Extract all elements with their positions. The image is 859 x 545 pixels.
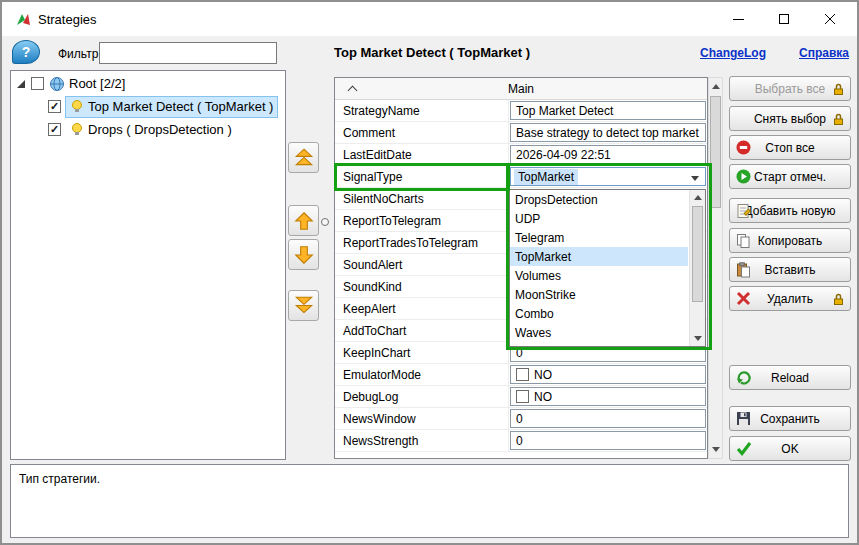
property-value-input[interactable]: Base strategy to detect top market: [510, 123, 706, 142]
move-up-button[interactable]: [288, 205, 319, 236]
dropdown-option[interactable]: DropsDetection: [510, 190, 688, 209]
root-checkbox[interactable]: [31, 77, 44, 90]
property-row-comment: Comment Base strategy to detect top mark…: [335, 122, 707, 144]
move-down-button[interactable]: [288, 239, 319, 270]
tree-item-drops[interactable]: Drops ( DropsDetection ): [11, 119, 285, 140]
reload-button[interactable]: Reload: [729, 365, 851, 390]
item-checkbox[interactable]: [48, 100, 61, 113]
signaltype-dropdown-list: DropsDetection UDP Telegram TopMarket Vo…: [509, 189, 706, 347]
stop-all-button[interactable]: Стоп все: [729, 135, 851, 160]
help-link[interactable]: Справка: [799, 46, 849, 60]
scroll-up-icon[interactable]: [694, 195, 702, 200]
ok-button[interactable]: OK: [729, 436, 851, 461]
checkbox-label: NO: [534, 368, 552, 382]
paste-button[interactable]: Вставить: [729, 257, 851, 282]
property-value-input[interactable]: 2026-04-09 22:51: [510, 145, 706, 164]
minimize-button[interactable]: [715, 2, 761, 36]
scroll-down-icon[interactable]: [694, 336, 702, 341]
filter-input[interactable]: [99, 42, 277, 64]
property-name[interactable]: SignalType: [335, 166, 509, 187]
dropdown-option[interactable]: Combo: [510, 304, 688, 323]
dropdown-option[interactable]: UDP: [510, 209, 688, 228]
property-name[interactable]: StrategyName: [335, 100, 509, 121]
deselect-all-button[interactable]: Снять выбор: [729, 106, 851, 131]
property-name[interactable]: ReportToTelegram: [335, 210, 509, 231]
property-row-signaltype: SignalType TopMarket: [335, 166, 707, 188]
window-title: Strategies: [38, 12, 97, 27]
property-name[interactable]: SoundKind: [335, 276, 509, 297]
globe-icon: [49, 76, 65, 92]
copy-button[interactable]: Копировать: [729, 228, 851, 253]
dropdown-option[interactable]: MoonStrike: [510, 285, 688, 304]
property-name[interactable]: ReportTradesToTelegram: [335, 232, 509, 253]
copy-icon: [736, 233, 751, 249]
property-name[interactable]: LastEditDate: [335, 144, 509, 165]
scroll-down-icon[interactable]: [712, 447, 720, 452]
double-arrow-down-icon: [293, 295, 315, 317]
start-marked-button[interactable]: Старт отмеч.: [729, 164, 851, 189]
tree-root-row[interactable]: Root [2/2]: [11, 73, 285, 94]
button-label: Копировать: [758, 234, 823, 248]
checkbox-unchecked-icon[interactable]: [516, 368, 529, 381]
scrollbar-thumb[interactable]: [692, 206, 703, 302]
expander-icon[interactable]: [17, 80, 25, 88]
property-name[interactable]: NewsWindow: [335, 408, 509, 429]
save-button[interactable]: Сохранить: [729, 406, 851, 431]
page-title: Top Market Detect ( TopMarket ): [334, 45, 530, 60]
double-arrow-up-icon: [293, 147, 315, 169]
select-all-button[interactable]: Выбрать все: [729, 76, 851, 101]
property-name[interactable]: NewsStrength: [335, 430, 509, 451]
property-name[interactable]: EmulatorMode: [335, 364, 509, 385]
strategy-tree: Root [2/2] Top Market Detect ( TopMarket…: [10, 70, 286, 460]
maximize-button[interactable]: [761, 2, 807, 36]
property-name[interactable]: KeepAlert: [335, 298, 509, 319]
help-bubble-icon[interactable]: [12, 40, 40, 64]
dropdown-option-selected[interactable]: TopMarket: [510, 247, 688, 266]
strategies-window: Strategies Фильтр Root [2/2]: [0, 0, 859, 545]
property-value-checkbox[interactable]: NO: [510, 365, 706, 384]
property-value-checkbox[interactable]: NO: [510, 387, 706, 406]
dropdown-option[interactable]: Volumes: [510, 266, 688, 285]
button-label: Вставить: [765, 263, 816, 277]
add-new-button[interactable]: Добавить новую: [729, 198, 851, 223]
item-checkbox[interactable]: [48, 123, 61, 136]
button-label: Добавить новую: [745, 204, 836, 218]
scroll-up-icon[interactable]: [712, 84, 720, 89]
property-name[interactable]: Comment: [335, 122, 509, 143]
dropdown-scrollbar[interactable]: [689, 190, 705, 346]
delete-x-icon: [736, 291, 751, 306]
property-name[interactable]: KeepInChart: [335, 342, 509, 363]
stop-icon: [736, 140, 751, 155]
property-value-input[interactable]: 0: [510, 431, 706, 450]
arrow-down-icon: [293, 244, 315, 266]
splitter-handle[interactable]: [321, 218, 329, 226]
property-name[interactable]: AddToChart: [335, 320, 509, 341]
move-to-top-button[interactable]: [288, 142, 319, 173]
property-row-lasteditdate: LastEditDate 2026-04-09 22:51: [335, 144, 707, 166]
property-group-header[interactable]: Main: [335, 78, 707, 100]
dropdown-option[interactable]: Telegram: [510, 228, 688, 247]
checkbox-unchecked-icon[interactable]: [516, 390, 529, 403]
save-floppy-icon: [736, 411, 751, 426]
property-name[interactable]: SoundAlert: [335, 254, 509, 275]
property-name[interactable]: DebugLog: [335, 386, 509, 407]
combobox-value: TopMarket: [514, 169, 578, 185]
scrollbar-thumb[interactable]: [710, 96, 721, 208]
property-value-input[interactable]: Top Market Detect: [510, 101, 706, 120]
minimize-icon: [733, 19, 744, 20]
close-button[interactable]: [807, 2, 853, 36]
arrow-up-icon: [293, 210, 315, 232]
description-panel: Тип стратегии.: [10, 464, 849, 538]
button-label: Снять выбор: [754, 112, 826, 126]
tree-item-topmarket[interactable]: Top Market Detect ( TopMarket ): [11, 96, 285, 117]
dropdown-option[interactable]: Waves: [510, 323, 688, 342]
property-name[interactable]: SilentNoCharts: [335, 188, 509, 209]
changelog-link[interactable]: ChangeLog: [700, 46, 766, 60]
move-to-bottom-button[interactable]: [288, 290, 319, 321]
chevron-down-icon[interactable]: [691, 176, 699, 181]
property-value-input[interactable]: 0: [510, 409, 706, 428]
lock-icon: [832, 112, 845, 126]
grid-scrollbar[interactable]: [708, 77, 723, 459]
delete-button[interactable]: Удалить: [729, 286, 851, 311]
signaltype-combobox[interactable]: TopMarket: [510, 167, 706, 186]
